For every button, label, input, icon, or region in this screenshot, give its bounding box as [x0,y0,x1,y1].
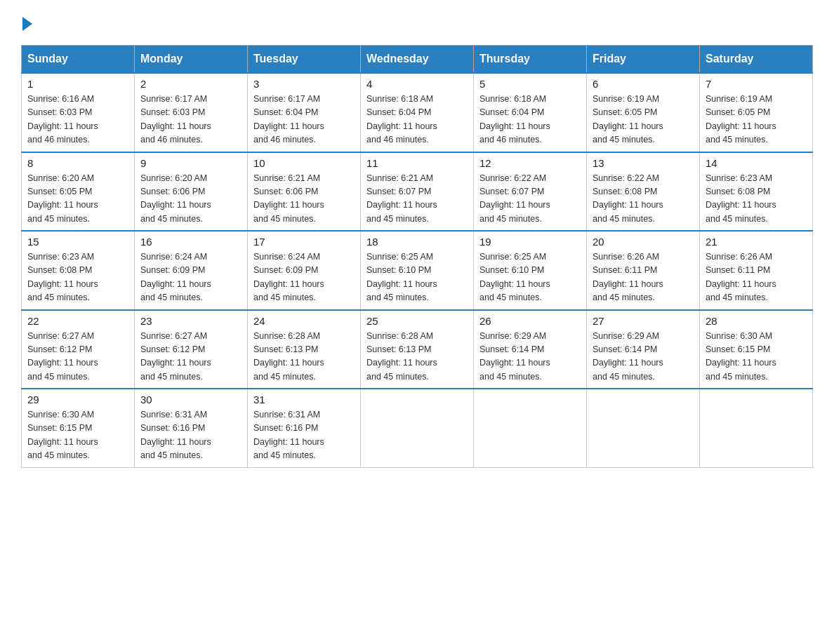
day-number: 3 [253,78,355,90]
day-number: 16 [140,236,241,248]
day-number: 10 [253,157,355,169]
table-row: 31 Sunrise: 6:31 AM Sunset: 6:16 PM Dayl… [248,389,361,467]
table-row: 23 Sunrise: 6:27 AM Sunset: 6:12 PM Dayl… [135,310,248,389]
day-number: 18 [366,236,468,248]
day-number: 11 [366,157,468,169]
table-row: 27 Sunrise: 6:29 AM Sunset: 6:14 PM Dayl… [587,310,700,389]
calendar-header-row: Sunday Monday Tuesday Wednesday Thursday… [22,46,813,74]
day-info: Sunrise: 6:23 AM Sunset: 6:08 PM Dayligh… [27,250,128,305]
day-info: Sunrise: 6:22 AM Sunset: 6:08 PM Dayligh… [593,172,694,227]
header-monday: Monday [135,46,248,74]
day-number: 19 [479,236,581,248]
day-number: 30 [140,394,241,405]
header-sunday: Sunday [22,46,135,74]
table-row: 8 Sunrise: 6:20 AM Sunset: 6:05 PM Dayli… [22,152,135,232]
logo-arrow-icon [22,17,32,31]
table-row: 22 Sunrise: 6:27 AM Sunset: 6:12 PM Dayl… [22,310,135,389]
day-number: 27 [593,315,694,327]
day-info: Sunrise: 6:17 AM Sunset: 6:04 PM Dayligh… [253,93,355,147]
header-tuesday: Tuesday [248,46,361,74]
day-info: Sunrise: 6:29 AM Sunset: 6:14 PM Dayligh… [479,330,581,384]
day-number: 8 [27,157,128,169]
day-info: Sunrise: 6:31 AM Sunset: 6:16 PM Dayligh… [253,408,355,463]
day-info: Sunrise: 6:24 AM Sunset: 6:09 PM Dayligh… [140,250,241,305]
day-info: Sunrise: 6:24 AM Sunset: 6:09 PM Dayligh… [253,250,355,305]
table-row: 10 Sunrise: 6:21 AM Sunset: 6:06 PM Dayl… [248,152,361,232]
day-info: Sunrise: 6:20 AM Sunset: 6:06 PM Dayligh… [140,172,241,227]
day-number: 5 [479,78,581,90]
day-info: Sunrise: 6:26 AM Sunset: 6:11 PM Dayligh… [593,250,694,305]
table-row [700,389,813,467]
day-number: 14 [706,157,807,169]
table-row: 16 Sunrise: 6:24 AM Sunset: 6:09 PM Dayl… [135,231,248,310]
table-row [474,389,587,467]
table-row: 18 Sunrise: 6:25 AM Sunset: 6:10 PM Dayl… [361,231,474,310]
day-info: Sunrise: 6:23 AM Sunset: 6:08 PM Dayligh… [706,172,807,227]
day-info: Sunrise: 6:25 AM Sunset: 6:10 PM Dayligh… [479,250,581,305]
day-number: 17 [253,236,355,248]
calendar-week-row: 15 Sunrise: 6:23 AM Sunset: 6:08 PM Dayl… [22,231,813,310]
table-row: 19 Sunrise: 6:25 AM Sunset: 6:10 PM Dayl… [474,231,587,310]
calendar-week-row: 29 Sunrise: 6:30 AM Sunset: 6:15 PM Dayl… [22,389,813,467]
day-number: 21 [706,236,807,248]
day-info: Sunrise: 6:21 AM Sunset: 6:06 PM Dayligh… [253,172,355,227]
calendar-week-row: 22 Sunrise: 6:27 AM Sunset: 6:12 PM Dayl… [22,310,813,389]
table-row: 2 Sunrise: 6:17 AM Sunset: 6:03 PM Dayli… [135,73,248,152]
table-row: 26 Sunrise: 6:29 AM Sunset: 6:14 PM Dayl… [474,310,587,389]
table-row: 14 Sunrise: 6:23 AM Sunset: 6:08 PM Dayl… [700,152,813,232]
calendar-week-row: 1 Sunrise: 6:16 AM Sunset: 6:03 PM Dayli… [22,73,813,152]
day-number: 4 [366,78,468,90]
day-number: 7 [706,78,807,90]
day-info: Sunrise: 6:22 AM Sunset: 6:07 PM Dayligh… [479,172,581,227]
day-number: 28 [706,315,807,327]
table-row: 17 Sunrise: 6:24 AM Sunset: 6:09 PM Dayl… [248,231,361,310]
day-info: Sunrise: 6:28 AM Sunset: 6:13 PM Dayligh… [253,330,355,384]
day-number: 26 [479,315,581,327]
table-row: 4 Sunrise: 6:18 AM Sunset: 6:04 PM Dayli… [361,73,474,152]
day-number: 31 [253,394,355,405]
header-saturday: Saturday [700,46,813,74]
header-wednesday: Wednesday [361,46,474,74]
table-row: 6 Sunrise: 6:19 AM Sunset: 6:05 PM Dayli… [587,73,700,152]
day-info: Sunrise: 6:30 AM Sunset: 6:15 PM Dayligh… [706,330,807,384]
table-row: 20 Sunrise: 6:26 AM Sunset: 6:11 PM Dayl… [587,231,700,310]
day-info: Sunrise: 6:19 AM Sunset: 6:05 PM Dayligh… [706,93,807,147]
day-number: 23 [140,315,241,327]
day-info: Sunrise: 6:29 AM Sunset: 6:14 PM Dayligh… [593,330,694,384]
page-header [21,14,813,31]
day-number: 25 [366,315,468,327]
calendar-week-row: 8 Sunrise: 6:20 AM Sunset: 6:05 PM Dayli… [22,152,813,232]
day-info: Sunrise: 6:27 AM Sunset: 6:12 PM Dayligh… [27,330,128,384]
table-row: 25 Sunrise: 6:28 AM Sunset: 6:13 PM Dayl… [361,310,474,389]
day-info: Sunrise: 6:19 AM Sunset: 6:05 PM Dayligh… [593,93,694,147]
day-number: 9 [140,157,241,169]
table-row: 29 Sunrise: 6:30 AM Sunset: 6:15 PM Dayl… [22,389,135,467]
day-number: 15 [27,236,128,248]
table-row: 15 Sunrise: 6:23 AM Sunset: 6:08 PM Dayl… [22,231,135,310]
day-number: 2 [140,78,241,90]
table-row: 21 Sunrise: 6:26 AM Sunset: 6:11 PM Dayl… [700,231,813,310]
table-row: 24 Sunrise: 6:28 AM Sunset: 6:13 PM Dayl… [248,310,361,389]
table-row: 5 Sunrise: 6:18 AM Sunset: 6:04 PM Dayli… [474,73,587,152]
day-info: Sunrise: 6:17 AM Sunset: 6:03 PM Dayligh… [140,93,241,147]
day-number: 20 [593,236,694,248]
table-row: 3 Sunrise: 6:17 AM Sunset: 6:04 PM Dayli… [248,73,361,152]
table-row: 28 Sunrise: 6:30 AM Sunset: 6:15 PM Dayl… [700,310,813,389]
day-number: 29 [27,394,128,405]
table-row: 9 Sunrise: 6:20 AM Sunset: 6:06 PM Dayli… [135,152,248,232]
day-info: Sunrise: 6:27 AM Sunset: 6:12 PM Dayligh… [140,330,241,384]
header-friday: Friday [587,46,700,74]
table-row [361,389,474,467]
day-info: Sunrise: 6:31 AM Sunset: 6:16 PM Dayligh… [140,408,241,463]
logo [21,14,32,31]
table-row: 13 Sunrise: 6:22 AM Sunset: 6:08 PM Dayl… [587,152,700,232]
table-row [587,389,700,467]
day-info: Sunrise: 6:28 AM Sunset: 6:13 PM Dayligh… [366,330,468,384]
table-row: 11 Sunrise: 6:21 AM Sunset: 6:07 PM Dayl… [361,152,474,232]
day-number: 22 [27,315,128,327]
day-info: Sunrise: 6:30 AM Sunset: 6:15 PM Dayligh… [27,408,128,463]
day-number: 13 [593,157,694,169]
day-number: 1 [27,78,128,90]
table-row: 7 Sunrise: 6:19 AM Sunset: 6:05 PM Dayli… [700,73,813,152]
day-info: Sunrise: 6:18 AM Sunset: 6:04 PM Dayligh… [479,93,581,147]
